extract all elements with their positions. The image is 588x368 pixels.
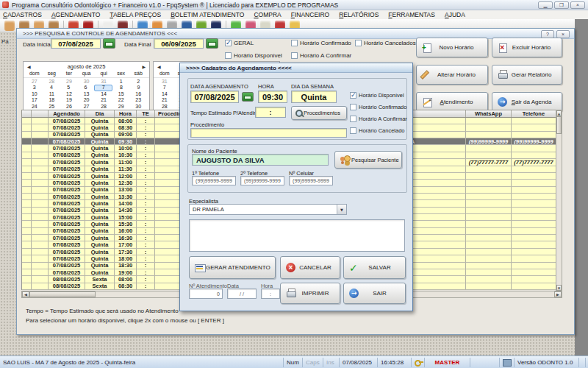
calendar-day[interactable]: 2 xyxy=(129,79,147,85)
menu-financeiro[interactable]: FINANCEIRO xyxy=(291,11,329,18)
calendar-day[interactable]: 10 xyxy=(26,91,43,98)
telefone1-field[interactable]: (99)99999-9999 xyxy=(192,176,236,185)
checkbox-modal-cancelado[interactable]: Horário Cancelado xyxy=(350,127,405,134)
data-inicial-calendar-icon[interactable] xyxy=(103,38,115,49)
close-button[interactable]: × xyxy=(570,1,585,9)
calendar-day[interactable]: 20 xyxy=(78,97,96,104)
atendimento-button[interactable]: Atendimento xyxy=(416,92,488,112)
calendar-day[interactable]: 11 xyxy=(43,91,61,98)
checkbox-modal-disponivel[interactable]: Horário Disponível xyxy=(350,92,404,99)
calendar-day[interactable]: 6 xyxy=(77,85,94,91)
scroll-left-icon[interactable]: ◀ xyxy=(22,291,29,297)
calendar-day[interactable]: 5 xyxy=(60,85,77,91)
sair-button[interactable]: SAIR xyxy=(343,283,406,304)
checkbox-geral[interactable]: GERAL xyxy=(225,40,254,46)
nome-paciente-field[interactable]: AUGUSTO DA SILVA xyxy=(192,154,329,166)
checkbox-modal-a-confirmar[interactable]: Horário A Confirmar xyxy=(350,116,407,122)
calendar-day[interactable]: 12 xyxy=(60,91,78,98)
scrollbar-thumb[interactable] xyxy=(29,291,96,297)
calendar-day[interactable]: 13 xyxy=(78,91,96,98)
observacoes-textarea[interactable] xyxy=(189,219,405,252)
calendar-day[interactable]: 31 xyxy=(156,79,173,85)
menu-ferramentas[interactable]: FERRAMENTAS xyxy=(388,11,435,18)
calendar-agosto[interactable]: ◀agosto de 2025▶domsegterquaquisexsáb272… xyxy=(23,61,150,113)
column-header[interactable]: Telefone xyxy=(512,110,556,117)
chevron-down-icon[interactable]: ▼ xyxy=(337,205,346,214)
checkbox-horario-confirmado[interactable]: Horário Confirmado xyxy=(291,40,351,46)
telefone2-field[interactable]: (99)99999-9999 xyxy=(240,176,284,185)
data-final-field[interactable]: 06/09/2025 xyxy=(154,38,204,49)
data-final-calendar-icon[interactable] xyxy=(206,38,218,49)
calendar-day[interactable]: 27 xyxy=(26,79,43,85)
novo-horario-button[interactable]: Novo Horário xyxy=(416,38,488,57)
vertical-scrollbar[interactable]: ▲ ▼ xyxy=(556,110,562,291)
gerar-relatorio-button[interactable]: Gerar Relatório xyxy=(492,65,562,85)
calendar-day[interactable]: 14 xyxy=(95,91,112,98)
calendar-day[interactable]: 23 xyxy=(129,97,147,104)
menu-ajuda[interactable]: AJUDA xyxy=(445,11,465,18)
calendar-day[interactable]: 30 xyxy=(78,79,96,85)
calendar-day[interactable]: 31 xyxy=(95,79,112,85)
procedimento-field[interactable] xyxy=(190,128,347,138)
calendar-day[interactable]: 7 xyxy=(156,85,173,91)
menu-agendamento[interactable]: AGENDAMENTO xyxy=(51,11,100,18)
calendar-day[interactable]: 3 xyxy=(26,85,43,91)
column-header[interactable]: Agendado xyxy=(49,110,85,117)
procedimentos-button[interactable]: Procedimentos xyxy=(291,106,347,120)
menu-relatórios[interactable]: RELATÓRIOS xyxy=(339,11,379,18)
alterar-horario-button[interactable]: Alterar Horário xyxy=(416,65,488,85)
salvar-button[interactable]: SALVAR xyxy=(343,256,406,279)
calendar-day[interactable]: 19 xyxy=(60,97,78,104)
column-header[interactable]: TE xyxy=(137,110,155,117)
especialista-dropdown[interactable]: DR PAMELA▼ xyxy=(189,204,347,215)
gerar-atendimento-button[interactable]: GERAR ATENDIMENTO xyxy=(189,256,276,279)
restore-button[interactable]: ❐ xyxy=(554,1,569,9)
calendar-day[interactable]: 7 xyxy=(94,85,112,91)
calendar-day[interactable]: 1 xyxy=(112,79,130,85)
checkbox-horario-cancelados[interactable]: Horário Cancelados xyxy=(355,40,416,46)
column-header[interactable] xyxy=(22,110,32,117)
n-atendimento-field[interactable]: 0 xyxy=(189,289,223,299)
sair-da-agenda-button[interactable]: Sair da Agenda xyxy=(492,92,562,112)
data-inicial-field[interactable]: 07/08/2025 xyxy=(51,38,101,49)
menu-cadastros[interactable]: CADASTROS xyxy=(3,11,42,18)
excluir-horario-button[interactable]: Excluir Horário xyxy=(492,38,562,57)
cancelar-button[interactable]: CANCELAR xyxy=(280,256,340,279)
calendar-day[interactable]: 21 xyxy=(156,97,173,104)
calendar-day[interactable]: 4 xyxy=(43,85,60,91)
calendar-day[interactable]: 8 xyxy=(112,85,129,91)
hora-field[interactable]: 09:30 xyxy=(258,91,287,103)
calendar-day[interactable]: 15 xyxy=(112,91,130,98)
data-atendimento-field[interactable]: / / xyxy=(227,289,257,299)
column-header[interactable]: Dia xyxy=(85,110,115,117)
menu-tabela-preços[interactable]: TABELA PREÇOS xyxy=(110,11,161,18)
calendar-day[interactable]: 9 xyxy=(130,85,147,91)
calendar-day[interactable]: 28 xyxy=(43,79,61,85)
calendar-day[interactable]: 14 xyxy=(156,91,173,98)
checkbox-horario-disponivel[interactable]: Horário Disponível xyxy=(225,52,282,59)
pesquisa-window-titlebar[interactable]: >>> PESQUISA E CONTROLE DE AGENDAMENTOS … xyxy=(17,29,574,39)
checkbox-modal-confirmado[interactable]: Horário Confirmado xyxy=(350,104,406,110)
scrollbar-thumb[interactable] xyxy=(556,116,562,134)
menu-compra[interactable]: COMPRA xyxy=(254,11,281,18)
calendar-day[interactable]: 16 xyxy=(129,91,147,98)
hora-atendimento-field[interactable]: : xyxy=(261,289,280,299)
calendar-day[interactable]: 29 xyxy=(60,79,78,85)
scroll-up-icon[interactable]: ▲ xyxy=(556,110,562,116)
celular-field[interactable]: (99)99999-9999 xyxy=(289,176,333,185)
tempo-estimado-field[interactable]: : xyxy=(255,107,286,118)
patient-icon[interactable] xyxy=(4,21,15,31)
calendar-day[interactable]: 17 xyxy=(26,97,43,104)
column-header[interactable]: WhatsApp xyxy=(466,110,512,117)
calendar-next-icon[interactable]: ▶ xyxy=(142,64,146,69)
calendar-day[interactable]: 21 xyxy=(95,97,112,104)
modal-calendar-icon[interactable] xyxy=(242,92,254,102)
calendar-day[interactable]: 18 xyxy=(43,97,61,104)
scroll-right-icon[interactable]: ▶ xyxy=(554,291,562,297)
column-header[interactable] xyxy=(32,110,49,117)
imprimir-button[interactable]: IMPRIMIR xyxy=(280,283,340,304)
data-agendamento-field[interactable]: 07/08/2025 xyxy=(190,91,239,103)
modal-titlebar[interactable]: >>>> Cadastro do Agendamento <<<< xyxy=(180,63,412,73)
minimize-button[interactable]: ▁ xyxy=(538,1,553,9)
column-header[interactable]: Hora xyxy=(115,110,137,117)
